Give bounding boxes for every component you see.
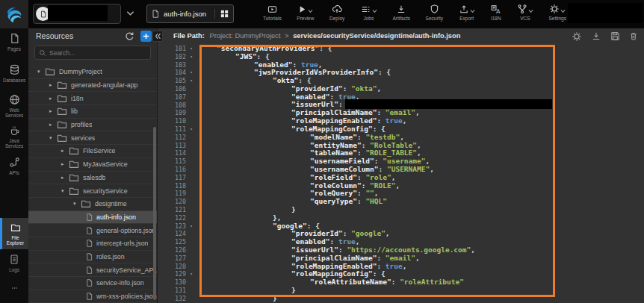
toolbar-i18n-button[interactable]: AI18N [490,2,501,27]
line-number: 120 [158,198,186,206]
toolbar-jobs-button[interactable]: Jobs [360,2,377,27]
shield-icon [430,4,439,14]
trash-icon[interactable] [629,31,638,42]
top-toolbar: TutorialsPreviewDeployJobsArtifactsSecur… [263,2,566,27]
caret-right-icon[interactable]: ▸ [61,148,68,154]
code-area[interactable]: 101▾"secondaryAuthProviders": {102▾"JWS"… [158,45,644,303]
tree-item-roles.json[interactable]: roles.json [28,251,157,264]
rail-item-pages[interactable]: Pages [0,33,28,51]
tree-item-label: securityService_API.json [96,266,157,274]
tree-item-services[interactable]: ▾services [28,131,157,145]
line-number: 132 [158,295,186,303]
fold-toggle-icon[interactable]: ▾ [186,45,196,53]
folder-icon [68,159,80,169]
tree-item-intercept-urls.json[interactable]: intercept-urls.json [28,237,157,251]
chevron-down-icon[interactable] [470,9,475,13]
caret-down-icon[interactable]: ▾ [61,188,68,194]
caret-right-icon[interactable]: ▸ [61,175,68,181]
gear-icon[interactable] [572,31,582,42]
tree-item-FileService[interactable]: ▸FileService [28,145,157,158]
caret-right-icon[interactable]: ▸ [49,96,56,101]
rail-item-logs[interactable]: Logs [0,254,28,272]
toolbar-vcs-button[interactable]: VCS [517,2,533,27]
rail-item-label: Databases [3,78,25,83]
tree-item-profiles[interactable]: ▸profiles [28,119,157,132]
tree-item-lib[interactable]: ▸lib [28,105,157,119]
code-line-132: 132} [158,295,644,303]
rail-item-file-explorer[interactable]: File Explorer [0,218,28,249]
line-number: 112 [158,134,186,142]
chevron-down-icon[interactable] [126,10,134,16]
toolbar-security-button[interactable]: Security [426,2,443,27]
code-line-130: 130"roleAttributeName": "roleAttribute" [158,278,644,287]
caret-right-icon[interactable]: ▸ [49,82,56,88]
tree-item-DummyProject[interactable]: ▾DummyProject [28,66,157,79]
caret-down-icon[interactable]: ▾ [49,135,56,141]
caret-down-icon[interactable]: ▾ [37,69,44,75]
tree-item-wm-xss-policies.json[interactable]: wm-xss-policies.json [28,290,157,303]
rail-item-java-services[interactable]: Java Services [0,125,28,149]
tree-item-designtime[interactable]: ▾designtime [28,198,157,211]
tree-item-salesdb[interactable]: ▸salesdb [28,172,157,185]
add-resource-button[interactable] [140,31,152,42]
toolbar-artifacts-button[interactable]: Artifacts [392,2,409,27]
video-icon [267,4,278,14]
tree-item-general-options.json[interactable]: general-options.json [28,224,157,237]
toolbar-preview-button[interactable]: Preview [297,2,314,27]
fold-toggle-icon[interactable]: ▾ [186,77,196,85]
download-icon[interactable] [591,31,601,42]
tree-item-label: lib [71,107,78,115]
fold-toggle-icon[interactable]: ▾ [186,125,196,134]
caret-down-icon[interactable]: ▾ [73,201,80,207]
tree-item-securityService[interactable]: ▾securityService [28,184,157,198]
line-number: 108 [158,101,186,110]
line-number: 101 [158,45,186,53]
save-icon[interactable] [610,31,620,42]
line-number: 125 [158,238,186,246]
code-line-118: 118"roleColumn": "ROLE", [158,182,644,190]
caret-right-icon[interactable]: ▸ [61,161,68,167]
fold-toggle-icon[interactable]: ▾ [186,222,196,231]
caret-right-icon[interactable]: ▸ [49,122,56,128]
chevron-down-icon[interactable] [560,9,566,13]
rail-item-databases[interactable]: Databases [0,64,28,83]
fold-toggle-icon[interactable]: ▾ [186,69,196,77]
tree-item-generated-angular-app[interactable]: ▸generated-angular-app [28,79,157,93]
tree-item-MyJavaService[interactable]: ▸MyJavaService [28,158,157,172]
line-number: 117 [158,174,186,182]
search-box [34,46,151,60]
collapse-panel-button[interactable] [152,31,163,42]
toolbar-deploy-button[interactable]: Deploy [329,2,344,27]
search-input[interactable] [49,49,146,57]
code-line-103: 103"enabled": true, [158,61,644,69]
chevron-down-icon[interactable] [528,9,533,13]
rail-item-web-services[interactable]: Web Services [0,94,28,118]
tree-item-auth-info.json[interactable]: auth-info.json [28,211,157,225]
toolbar-tutorials-button[interactable]: Tutorials [263,2,282,27]
main-body: PagesDatabasesWeb ServicesJava ServicesA… [0,28,644,303]
left-nav-rail: PagesDatabasesWeb ServicesJava ServicesA… [0,28,28,303]
rail-item-more[interactable] [0,285,28,291]
open-file-tab[interactable]: auth-info.json [146,4,234,23]
tree-scrollbar[interactable] [153,127,156,300]
grid-icon[interactable] [214,9,229,19]
chevron-down-icon[interactable] [372,9,377,13]
caret-right-icon[interactable]: ▸ [49,108,56,114]
toolbar-export-button[interactable]: Export [459,2,475,27]
chevron-down-icon[interactable] [308,9,313,13]
fold-toggle-icon[interactable]: ▾ [186,270,196,278]
code-text: "roleAttributeName": "roleAttribute" [196,278,464,287]
app-logo[interactable] [0,0,28,28]
line-number: 122 [158,214,186,222]
tree-item-securityService_API.json[interactable]: securityService_API.json [28,263,157,277]
line-number: 115 [158,157,186,166]
rail-item-apis[interactable]: APIs [0,157,28,175]
tree-item-i18n[interactable]: ▸i18n [28,92,157,105]
toolbar-settings-button[interactable]: Settings [549,2,567,27]
fold-toggle-icon[interactable]: ▾ [186,53,196,61]
refresh-icon[interactable] [125,31,134,41]
code-line-108: 108"issuerUrl": [158,101,644,110]
tree-item-service-info.json[interactable]: service-info.json [28,277,157,290]
tree-item-label: intercept-urls.json [96,240,148,247]
folder-icon [10,222,22,233]
